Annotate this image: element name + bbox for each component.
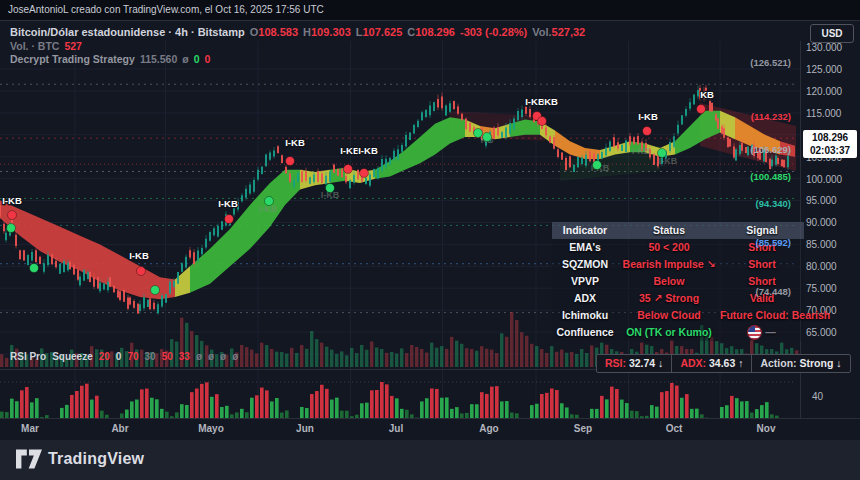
signal-label: I-KB (285, 137, 305, 148)
legend-token: -303 (-0.28%) (460, 26, 527, 38)
legend-token: 20 (99, 351, 110, 362)
current-price-tag[interactable]: 108.296 02:03:37 (803, 130, 857, 158)
rsi-adx-status-box: RSI: 32.74 ↓ADX: 34.63 ↑Action: Strong ↓ (596, 354, 851, 373)
legend-token: 70 (127, 351, 138, 362)
signal-label: I-KB (2, 195, 22, 206)
us-flag-icon (748, 326, 761, 339)
bar-countdown: 02:03:37 (803, 144, 857, 157)
price-tick-label: 65.000 (806, 327, 854, 338)
price-tick-label: 120.000 (806, 86, 854, 97)
month-label: Oct (652, 423, 696, 434)
svg-text:I-KB: I-KB (632, 146, 651, 156)
legend-token: ø (208, 351, 214, 362)
month-label: Sep (561, 423, 605, 434)
indicator-name: Confluence (552, 324, 618, 341)
legend-token: ø (182, 53, 188, 65)
legend-token: C (407, 26, 415, 38)
indicator-name: EMA's (552, 239, 618, 256)
legend-token: 0 (205, 53, 211, 65)
level-label: (100.485) (733, 171, 791, 182)
signal-label: I-KB (525, 96, 545, 107)
month-label: Abr (98, 423, 142, 434)
indicator-status: Bearish Impulse ↘ (618, 256, 720, 273)
signal-label: I-KB (358, 145, 378, 156)
level-label: (94.340) (733, 198, 791, 209)
signal-label: I-KB (340, 145, 360, 156)
price-tick-label: 90.000 (806, 217, 854, 228)
indicator-name: ADX (552, 290, 618, 307)
price-tick-label: 130.000 (806, 42, 854, 53)
legend-token: 30 (145, 351, 156, 362)
footer-bar: TradingView (0, 440, 860, 480)
status-segment: ADX: 34.63 ↑ (671, 355, 751, 372)
currency-toggle-button[interactable]: USD (810, 24, 854, 43)
time-axis[interactable]: MarAbrMayoJunJulAgoSepOctNov (0, 418, 860, 440)
price-tick-label: 95.000 (806, 195, 854, 206)
indicator-signal: — (720, 324, 804, 341)
signal-label: I-KB (129, 250, 149, 261)
legend-token: 33 (179, 351, 190, 362)
signal-label: I-KB (638, 111, 658, 122)
legend-token: 0 (194, 53, 200, 65)
strategy-legend[interactable]: Decrypt Trading Strategy115.560ø00 (10, 53, 215, 65)
legend-token: 115.560 (140, 53, 177, 65)
price-tick-label: 100.000 (806, 174, 854, 185)
indicator-row-sqzmon: SQZMONBearish Impulse ↘Short (552, 256, 804, 273)
current-price-value: 108.296 (803, 131, 857, 144)
indicator-row-confluence: ConfluenceON (TK or Kumo)— (552, 324, 804, 341)
month-label: Jul (374, 423, 418, 434)
rsi-tick-label: 40 (812, 391, 842, 402)
signal-label: KB (700, 89, 714, 100)
indicator-row-ichimoku: IchimokuBelow CloudFuture Cloud: Bearish (552, 307, 804, 324)
price-tick-label: 80.000 (806, 261, 854, 272)
indicator-status: ON (TK or Kumo) (618, 324, 720, 341)
month-label: Nov (744, 423, 788, 434)
legend-token: 109.303 (311, 26, 351, 38)
price-tick-label: 125.000 (806, 64, 854, 75)
legend-token: RSI Pro (10, 351, 46, 362)
month-label: Jun (283, 423, 327, 434)
indicator-status: Below (618, 273, 720, 290)
legend-token: 107.625 (362, 26, 402, 38)
legend-token: Squeeze (52, 351, 93, 362)
level-label: (106.629) (733, 144, 791, 155)
tradingview-logo-icon[interactable] (16, 449, 42, 469)
indicator-status: Below Cloud (618, 307, 720, 324)
legend-token: Decrypt Trading Strategy (10, 53, 135, 65)
legend-token: 50 (162, 351, 173, 362)
col-indicator: Indicator (552, 222, 618, 239)
legend-token: O (250, 26, 259, 38)
attribution-bar: JoseAntonioL creado con TradingView.com,… (0, 0, 860, 20)
price-tick-label: 75.000 (806, 283, 854, 294)
indicator-signal: Future Cloud: Bearish (720, 307, 804, 324)
indicator-signal: Short (720, 256, 804, 273)
legend-token: Bitcoin/Dólar estadounidense · 4h · Bits… (10, 26, 245, 38)
level-label: (74.448) (733, 286, 791, 297)
legend-token: 0 (116, 351, 122, 362)
legend-token: 527 (64, 40, 82, 52)
level-label: (114.232) (733, 111, 791, 122)
attribution-text: JoseAntonioL creado con TradingView.com,… (8, 4, 324, 15)
legend-token: ø (196, 351, 202, 362)
rsi-pro-legend[interactable]: RSI ProSqueeze20070305033øøøø (10, 351, 244, 362)
legend-token: 108.583 (258, 26, 298, 38)
status-segment: RSI: 32.74 ↓ (597, 355, 671, 372)
legend-token: Vol. · BTC (10, 40, 59, 52)
status-segment: Action: Strong ↓ (751, 355, 849, 372)
level-label: (85.592) (733, 237, 791, 248)
col-status: Status (618, 222, 720, 239)
month-label: Mayo (189, 423, 233, 434)
price-tick-label: 85.000 (806, 239, 854, 250)
tradingview-wordmark[interactable]: TradingView (48, 450, 144, 468)
legend-token: 108.296 (415, 26, 455, 38)
signal-label: I-KB (218, 198, 238, 209)
month-label: Ago (467, 423, 511, 434)
indicator-name: Ichimoku (552, 307, 618, 324)
legend-token: ø (220, 351, 226, 362)
symbol-legend[interactable]: Bitcoin/Dólar estadounidense · 4h · Bits… (10, 26, 590, 38)
legend-token: ø (232, 351, 238, 362)
indicator-status: 35 ↗ Strong (618, 290, 720, 307)
legend-token: H (303, 26, 311, 38)
signal-label: KB (544, 96, 558, 107)
volume-legend[interactable]: Vol. · BTC527 (10, 40, 87, 52)
